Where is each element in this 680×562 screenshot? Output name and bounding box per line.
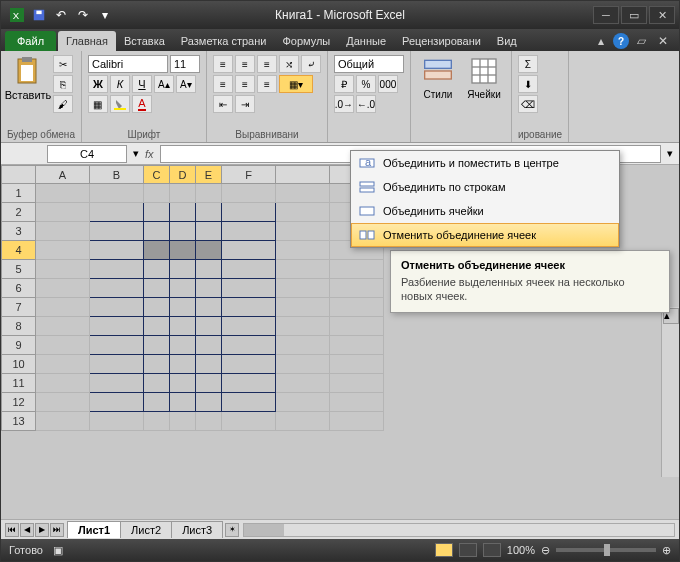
next-sheet-icon[interactable]: ▶ xyxy=(35,523,49,537)
number-format-combo[interactable]: Общий xyxy=(334,55,404,73)
cell-E5[interactable] xyxy=(196,260,222,279)
paste-button[interactable]: Вставить xyxy=(7,55,49,113)
cell-E8[interactable] xyxy=(196,317,222,336)
copy-icon[interactable]: ⎘ xyxy=(53,75,73,93)
page-break-view-icon[interactable] xyxy=(483,543,501,557)
file-tab[interactable]: Файл xyxy=(5,31,56,51)
tab-page-layout[interactable]: Разметка страни xyxy=(173,31,275,51)
tab-home[interactable]: Главная xyxy=(58,31,116,51)
maximize-button[interactable]: ▭ xyxy=(621,6,647,24)
italic-button[interactable]: К xyxy=(110,75,130,93)
excel-icon[interactable]: X xyxy=(7,5,27,25)
cell-D7[interactable] xyxy=(170,298,196,317)
cell-A2[interactable] xyxy=(36,203,90,222)
cell-x13[interactable] xyxy=(330,412,384,431)
cell-E9[interactable] xyxy=(196,336,222,355)
close-button[interactable]: ✕ xyxy=(649,6,675,24)
clear-icon[interactable]: ⌫ xyxy=(518,95,538,113)
zoom-out-icon[interactable]: ⊖ xyxy=(541,544,550,557)
cell-E3[interactable] xyxy=(196,222,222,241)
row-header-4[interactable]: 4 xyxy=(2,241,36,260)
cell-B10[interactable] xyxy=(90,355,144,374)
cell-E1[interactable] xyxy=(196,184,222,203)
cell-B5[interactable] xyxy=(90,260,144,279)
cell-D2[interactable] xyxy=(170,203,196,222)
font-size-combo[interactable]: 11 xyxy=(170,55,200,73)
cell-A12[interactable] xyxy=(36,393,90,412)
cell-E7[interactable] xyxy=(196,298,222,317)
tab-data[interactable]: Данные xyxy=(338,31,394,51)
bold-button[interactable]: Ж xyxy=(88,75,108,93)
cell-x10[interactable] xyxy=(330,355,384,374)
cell-C11[interactable] xyxy=(144,374,170,393)
cell-E10[interactable] xyxy=(196,355,222,374)
autosum-icon[interactable]: Σ xyxy=(518,55,538,73)
cell-B4[interactable] xyxy=(90,241,144,260)
cell-F4[interactable] xyxy=(222,241,276,260)
col-header-E[interactable]: E xyxy=(196,166,222,184)
cell-C2[interactable] xyxy=(144,203,170,222)
merge-across-item[interactable]: Объединить по строкам xyxy=(351,175,619,199)
cell-E6[interactable] xyxy=(196,279,222,298)
align-left-icon[interactable]: ≡ xyxy=(213,75,233,93)
cell-A7[interactable] xyxy=(36,298,90,317)
sheet-tab-3[interactable]: Лист3 xyxy=(171,521,223,538)
font-color-icon[interactable]: A xyxy=(132,95,152,113)
ribbon-restore-icon[interactable]: ▱ xyxy=(631,31,651,51)
cell-C4[interactable] xyxy=(144,241,170,260)
cell-F7[interactable] xyxy=(222,298,276,317)
cell-x9[interactable] xyxy=(276,336,330,355)
font-family-combo[interactable]: Calibri xyxy=(88,55,168,73)
align-right-icon[interactable]: ≡ xyxy=(257,75,277,93)
cell-F6[interactable] xyxy=(222,279,276,298)
cell-C7[interactable] xyxy=(144,298,170,317)
cell-D4[interactable] xyxy=(170,241,196,260)
cell-C13[interactable] xyxy=(144,412,170,431)
col-header-C[interactable]: C xyxy=(144,166,170,184)
first-sheet-icon[interactable]: ⏮ xyxy=(5,523,19,537)
cell-F1[interactable] xyxy=(222,184,276,203)
format-painter-icon[interactable]: 🖌 xyxy=(53,95,73,113)
row-header-13[interactable]: 13 xyxy=(2,412,36,431)
cell-x2[interactable] xyxy=(276,203,330,222)
cell-A11[interactable] xyxy=(36,374,90,393)
save-icon[interactable] xyxy=(29,5,49,25)
horizontal-scrollbar[interactable] xyxy=(243,523,675,537)
align-middle-icon[interactable]: ≡ xyxy=(235,55,255,73)
cells-button[interactable]: Ячейки xyxy=(463,55,505,100)
row-header-6[interactable]: 6 xyxy=(2,279,36,298)
cell-E4[interactable] xyxy=(196,241,222,260)
normal-view-icon[interactable] xyxy=(435,543,453,557)
row-header-1[interactable]: 1 xyxy=(2,184,36,203)
cell-F9[interactable] xyxy=(222,336,276,355)
cell-B3[interactable] xyxy=(90,222,144,241)
currency-icon[interactable]: ₽ xyxy=(334,75,354,93)
minimize-button[interactable]: ─ xyxy=(593,6,619,24)
cell-A10[interactable] xyxy=(36,355,90,374)
help-icon[interactable]: ? xyxy=(613,33,629,49)
cell-F10[interactable] xyxy=(222,355,276,374)
vertical-scrollbar[interactable]: ▴ xyxy=(661,307,679,477)
cell-C9[interactable] xyxy=(144,336,170,355)
unmerge-cells-item[interactable]: Отменить объединение ячеек xyxy=(351,223,619,247)
cell-x4[interactable] xyxy=(276,241,330,260)
tab-review[interactable]: Рецензировани xyxy=(394,31,489,51)
macro-record-icon[interactable]: ▣ xyxy=(53,544,63,557)
sheet-tab-1[interactable]: Лист1 xyxy=(67,521,121,538)
cell-D6[interactable] xyxy=(170,279,196,298)
increase-indent-icon[interactable]: ⇥ xyxy=(235,95,255,113)
row-header-11[interactable]: 11 xyxy=(2,374,36,393)
cell-A6[interactable] xyxy=(36,279,90,298)
tab-view[interactable]: Вид xyxy=(489,31,525,51)
decrease-decimal-icon[interactable]: ←.0 xyxy=(356,95,376,113)
cell-x3[interactable] xyxy=(276,222,330,241)
cell-x7[interactable] xyxy=(276,298,330,317)
cell-F13[interactable] xyxy=(222,412,276,431)
last-sheet-icon[interactable]: ⏭ xyxy=(50,523,64,537)
cell-F11[interactable] xyxy=(222,374,276,393)
cell-x11[interactable] xyxy=(330,374,384,393)
cell-C10[interactable] xyxy=(144,355,170,374)
minimize-ribbon-icon[interactable]: ▴ xyxy=(591,31,611,51)
cell-x12[interactable] xyxy=(330,393,384,412)
name-box[interactable]: C4 xyxy=(47,145,127,163)
